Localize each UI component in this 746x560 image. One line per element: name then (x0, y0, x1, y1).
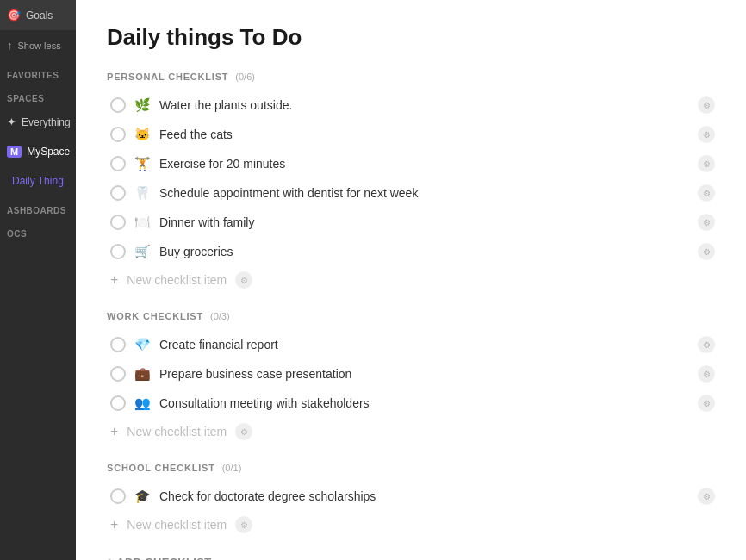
dentist-emoji: 🦷 (134, 185, 151, 201)
main-content: Daily things To Do PERSONAL CHECKLIST (0… (76, 0, 746, 560)
checkbox-water-plants[interactable] (110, 97, 126, 113)
school-checklist-section: SCHOOL CHECKLIST (0/1) 🎓 Check for docto… (107, 463, 715, 538)
water-plants-text: Water the plants outside. (159, 98, 689, 112)
show-less-icon: ↑ (7, 39, 13, 52)
checkbox-groceries[interactable] (110, 244, 126, 259)
personal-new-item-row[interactable]: + New checklist item ⚙ (107, 266, 715, 294)
financial-report-options[interactable]: ⚙ (698, 336, 715, 353)
exercise-emoji: 🏋️ (134, 156, 151, 171)
personal-checklist-header: PERSONAL CHECKLIST (0/6) (107, 72, 715, 82)
list-item[interactable]: 🍽️ Dinner with family ⚙ (107, 208, 715, 237)
favorites-label: FAVORITES (0, 60, 76, 84)
work-checklist-count: (0/3) (210, 311, 230, 321)
groceries-options[interactable]: ⚙ (698, 243, 715, 260)
everything-label: Everything (22, 116, 71, 128)
school-new-item-row[interactable]: + New checklist item ⚙ (107, 511, 715, 538)
doctorate-options[interactable]: ⚙ (698, 488, 715, 505)
financial-report-emoji: 💎 (134, 337, 151, 352)
list-item[interactable]: 👥 Consultation meeting with stakeholders… (107, 389, 715, 418)
feed-cats-emoji: 🐱 (134, 127, 151, 142)
personal-checklist-title: PERSONAL CHECKLIST (107, 72, 228, 82)
consultation-text: Consultation meeting with stakeholders (159, 396, 689, 410)
school-checklist-title: SCHOOL CHECKLIST (107, 463, 215, 473)
sidebar-item-everything[interactable]: ✦ Everything (0, 107, 76, 137)
school-new-item-label: New checklist item (127, 518, 227, 532)
consultation-emoji: 👥 (134, 395, 151, 411)
myspace-label: MySpace (27, 146, 70, 158)
work-new-item-plus-icon: + (110, 424, 118, 439)
list-item[interactable]: 🎓 Check for doctorate degree scholarship… (107, 482, 715, 511)
daily-thing-label: Daily Thing (12, 175, 64, 187)
doctorate-emoji: 🎓 (134, 488, 151, 504)
work-new-item-label: New checklist item (127, 425, 227, 439)
sidebar-item-daily-thing[interactable]: Daily Thing (0, 166, 76, 196)
personal-new-item-label: New checklist item (127, 273, 227, 287)
school-new-item-options[interactable]: ⚙ (235, 516, 252, 533)
business-case-text: Prepare business case presentation (159, 367, 689, 381)
list-item[interactable]: 🐱 Feed the cats ⚙ (107, 120, 715, 149)
sidebar-item-goals[interactable]: 🎯 Goals (0, 0, 76, 30)
checkbox-consultation[interactable] (110, 395, 126, 411)
financial-report-text: Create financial report (159, 338, 689, 352)
groceries-text: Buy groceries (159, 245, 689, 258)
business-case-emoji: 💼 (134, 366, 151, 382)
sidebar: 🎯 Goals ↑ Show less FAVORITES SPACES ✦ E… (0, 0, 76, 560)
sidebar-item-show-less[interactable]: ↑ Show less (0, 30, 76, 60)
dashboards-section-label: ASHBOARDS (0, 196, 76, 219)
work-checklist-title: WORK CHECKLIST (107, 311, 203, 321)
work-new-item-options[interactable]: ⚙ (235, 423, 252, 440)
page-title: Daily things To Do (107, 24, 715, 51)
exercise-options[interactable]: ⚙ (698, 155, 715, 172)
work-checklist-header: WORK CHECKLIST (0/3) (107, 311, 715, 321)
list-item[interactable]: 💎 Create financial report ⚙ (107, 330, 715, 359)
sidebar-item-myspace[interactable]: M MySpace (0, 137, 76, 166)
dinner-options[interactable]: ⚙ (698, 214, 715, 231)
docs-section-label: OCS (0, 219, 76, 242)
show-less-label: Show less (18, 40, 61, 51)
feed-cats-text: Feed the cats (159, 128, 689, 141)
everything-icon: ✦ (7, 115, 16, 128)
list-item[interactable]: 🦷 Schedule appointment with dentist for … (107, 178, 715, 208)
checkbox-business-case[interactable] (110, 366, 126, 382)
add-checklist-button[interactable]: + ADD CHECKLIST (107, 556, 715, 560)
personal-new-item-options[interactable]: ⚙ (235, 271, 252, 289)
personal-checklist-section: PERSONAL CHECKLIST (0/6) 🌿 Water the pla… (107, 72, 715, 294)
goals-label: Goals (26, 9, 53, 22)
list-item[interactable]: 🌿 Water the plants outside. ⚙ (107, 90, 715, 120)
checkbox-exercise[interactable] (110, 156, 126, 171)
doctorate-text: Check for doctorate degree scholarships (159, 489, 689, 503)
school-checklist-header: SCHOOL CHECKLIST (0/1) (107, 463, 715, 473)
checkbox-dentist[interactable] (110, 185, 126, 201)
goals-icon: 🎯 (7, 9, 21, 22)
myspace-icon: M (7, 146, 22, 158)
exercise-text: Exercise for 20 minutes (159, 157, 689, 171)
spaces-label: SPACES (0, 84, 76, 107)
school-new-item-plus-icon: + (110, 517, 118, 532)
checkbox-financial-report[interactable] (110, 337, 126, 352)
personal-checklist-count: (0/6) (235, 72, 255, 82)
groceries-emoji: 🛒 (134, 244, 151, 259)
work-new-item-row[interactable]: + New checklist item ⚙ (107, 418, 715, 445)
water-plants-emoji: 🌿 (134, 97, 151, 113)
list-item[interactable]: 🛒 Buy groceries ⚙ (107, 237, 715, 266)
feed-cats-options[interactable]: ⚙ (698, 126, 715, 143)
business-case-options[interactable]: ⚙ (698, 365, 715, 383)
list-item[interactable]: 🏋️ Exercise for 20 minutes ⚙ (107, 149, 715, 178)
list-item[interactable]: 💼 Prepare business case presentation ⚙ (107, 359, 715, 389)
work-checklist-section: WORK CHECKLIST (0/3) 💎 Create financial … (107, 311, 715, 445)
school-checklist-count: (0/1) (222, 463, 242, 473)
dentist-options[interactable]: ⚙ (698, 184, 715, 202)
checkbox-dinner[interactable] (110, 215, 126, 230)
personal-new-item-plus-icon: + (110, 272, 118, 288)
water-plants-options[interactable]: ⚙ (698, 96, 715, 114)
checkbox-feed-cats[interactable] (110, 127, 126, 142)
dinner-emoji: 🍽️ (134, 215, 151, 230)
dentist-text: Schedule appointment with dentist for ne… (159, 186, 689, 200)
dinner-text: Dinner with family (159, 215, 689, 229)
consultation-options[interactable]: ⚙ (698, 395, 715, 412)
checkbox-doctorate[interactable] (110, 488, 126, 504)
